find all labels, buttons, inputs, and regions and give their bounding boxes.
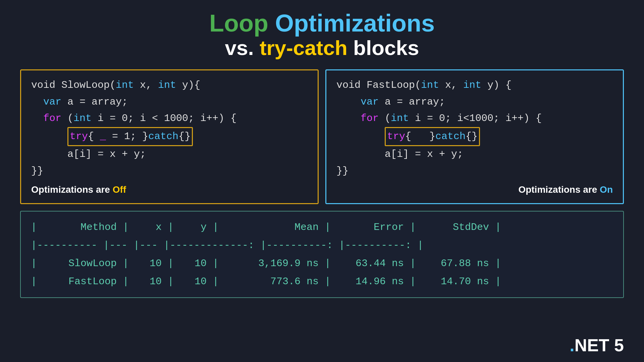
fast-line-5: a[i] = x + y; [336, 146, 613, 163]
benchmark-section: | Method | x | y | Mean | Error | StdDev… [20, 211, 624, 298]
pipe4: | [207, 218, 225, 236]
pipe5: | [319, 218, 337, 236]
title-section: Loop Optimizations vs. try-catch blocks [209, 10, 435, 59]
title-line2: vs. try-catch blocks [209, 37, 435, 59]
slow-line-5: a[i] = x + y; [31, 146, 308, 163]
row1-x: 10 [135, 254, 162, 273]
title-vs: vs. [225, 36, 260, 59]
row1-error: 63.44 ns [337, 254, 404, 273]
row1-y: 10 [180, 254, 207, 273]
header-method: Method [43, 218, 117, 236]
header-stddev: StdDev [422, 218, 489, 236]
bench-header-row: | Method | x | y | Mean | Error | StdDev… [31, 218, 613, 236]
row2-method: FastLoop [43, 273, 117, 291]
slow-line-2: var a = array; [31, 94, 308, 111]
title-blocks: blocks [347, 36, 419, 59]
pipe7: | [489, 218, 501, 236]
pipe2: | [117, 218, 135, 236]
bench-separator-row: |---------- |--- |--- |-------------: |-… [31, 236, 613, 254]
code-panels: void SlowLoop(int x, int y){ var a = arr… [20, 69, 624, 204]
bench-table: | Method | x | y | Mean | Error | StdDev… [31, 218, 613, 291]
row2-y: 10 [180, 273, 207, 291]
row2-error: 14.96 ns [337, 273, 404, 291]
pipe-r1-4: | [207, 254, 225, 273]
row2-stddev: 14.70 ns [422, 273, 489, 291]
title-optimizations: Optimizations [268, 10, 435, 37]
pipe6: | [404, 218, 422, 236]
net5-text: .NET 5 [570, 336, 624, 355]
header-mean: Mean [225, 218, 319, 236]
bench-data-row-2: | FastLoop | 10 | 10 | 773.6 ns | 14.96 … [31, 273, 613, 291]
header-x: x [135, 218, 162, 236]
row2-mean: 773.6 ns [225, 273, 319, 291]
slow-line-4: try{ _ = 1; }catch{} [31, 127, 308, 146]
net5-label: .NET 5 [570, 332, 624, 355]
header-error: Error [337, 218, 404, 236]
fast-opt-label: Optimizations are On [336, 182, 613, 197]
pipe3: | [162, 218, 180, 236]
pipe1: | [31, 218, 43, 236]
pipe-r2-1: | [31, 273, 43, 291]
row1-mean: 3,169.9 ns [225, 254, 319, 273]
slow-line-3: for (int i = 0; i < 1000; i++) { [31, 110, 308, 127]
pipe-r2-4: | [207, 273, 225, 291]
slow-opt-status: Off [113, 184, 126, 195]
pipe-r2-7: | [489, 273, 501, 291]
slow-opt-label: Optimizations are Off [31, 182, 308, 197]
slow-loop-panel: void SlowLoop(int x, int y){ var a = arr… [20, 69, 319, 204]
fast-line-3: for (int i = 0; i<1000; i++) { [336, 110, 613, 127]
row1-stddev: 67.88 ns [422, 254, 489, 273]
pipe-r1-5: | [319, 254, 337, 273]
fast-opt-status: On [600, 184, 613, 195]
pipe-r2-5: | [319, 273, 337, 291]
row1-method: SlowLoop [43, 254, 117, 273]
title-loop: Loop [209, 10, 268, 37]
fast-line-1: void FastLoop(int x, int y) { [336, 77, 613, 94]
fast-opt-prefix: Optimizations are [518, 184, 600, 195]
pipe-r1-1: | [31, 254, 43, 273]
title-line1: Loop Optimizations [209, 10, 435, 37]
bench-data-row-1: | SlowLoop | 10 | 10 | 3,169.9 ns | 63.4… [31, 254, 613, 273]
pipe-r1-6: | [404, 254, 422, 273]
fast-line-4: try{ }catch{} [336, 127, 613, 146]
slow-opt-prefix: Optimizations are [31, 184, 113, 195]
title-trycatch: try-catch [260, 36, 347, 59]
fast-line-2: var a = array; [336, 94, 613, 111]
pipe-r1-2: | [117, 254, 135, 273]
pipe-r2-2: | [117, 273, 135, 291]
pipe-r1-3: | [162, 254, 180, 273]
pipe-r2-6: | [404, 273, 422, 291]
pipe-r1-7: | [489, 254, 501, 273]
pipe-r2-3: | [162, 273, 180, 291]
separator-text: |---------- |--- |--- |-------------: |-… [31, 236, 423, 254]
fast-loop-panel: void FastLoop(int x, int y) { var a = ar… [325, 69, 624, 204]
fast-line-6: }} [336, 163, 613, 180]
slow-line-1: void SlowLoop(int x, int y){ [31, 77, 308, 94]
header-y: y [180, 218, 207, 236]
row2-x: 10 [135, 273, 162, 291]
slow-line-6: }} [31, 163, 308, 180]
